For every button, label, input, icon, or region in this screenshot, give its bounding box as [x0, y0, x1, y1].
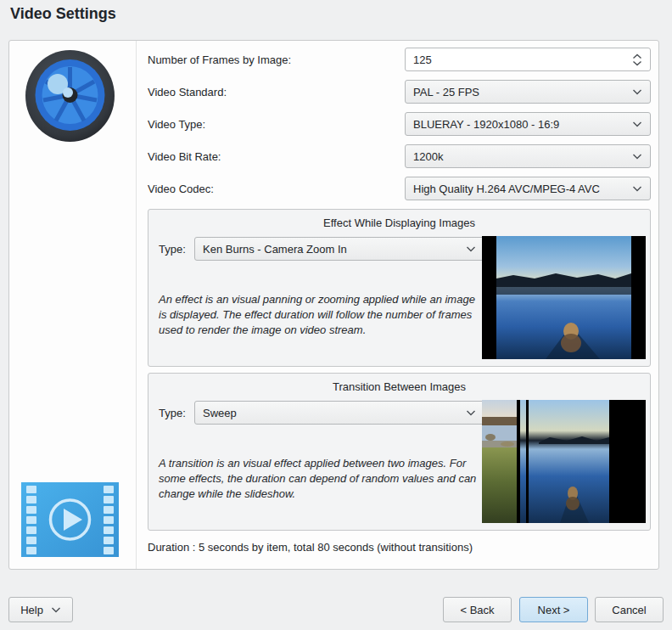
frames-value: 125: [413, 53, 432, 66]
next-button[interactable]: Next >: [519, 597, 588, 622]
transition-type-label: Type:: [159, 407, 188, 419]
wizard-page-panel: Number of Frames by Image: 125 Video Sta…: [8, 40, 659, 570]
camera-lens-icon: [25, 48, 115, 146]
spin-up-icon[interactable]: [632, 53, 642, 59]
codec-value: High Quality H.264 AVC/MPEG-4 AVC: [413, 183, 600, 195]
help-button-label: Help: [20, 604, 43, 616]
chevron-down-icon: [51, 606, 61, 613]
chevron-down-icon: [466, 245, 476, 252]
duration-status-text: Duration : 5 seconds by item, total 80 s…: [148, 541, 651, 554]
type-row: Video Type: BLUERAY - 1920x1080 - 16:9: [148, 112, 651, 136]
effect-group-title: Effect While Displaying Images: [159, 217, 640, 229]
back-button[interactable]: < Back: [443, 597, 512, 622]
standard-value: PAL - 25 FPS: [413, 86, 479, 98]
bitrate-label: Video Bit Rate:: [148, 150, 405, 163]
effect-type-combobox[interactable]: Ken Burns - Camera Zoom In: [194, 237, 484, 261]
video-type-label: Video Type:: [148, 118, 405, 131]
video-settings-form: Number of Frames by Image: 125 Video Sta…: [137, 41, 658, 569]
back-button-label: < Back: [460, 604, 494, 616]
effect-type-label: Type:: [159, 243, 188, 256]
standard-label: Video Standard:: [148, 86, 405, 98]
bitrate-combobox[interactable]: 1200k: [405, 144, 651, 168]
help-button[interactable]: Help: [8, 597, 73, 622]
codec-label: Video Codec:: [148, 183, 405, 195]
effect-type-value: Ken Burns - Camera Zoom In: [203, 243, 347, 256]
page-title: Video Settings: [10, 5, 116, 23]
next-button-label: Next >: [538, 604, 570, 616]
chevron-down-icon: [632, 121, 642, 127]
video-type-value: BLUERAY - 1920x1080 - 16:9: [413, 118, 559, 131]
video-standard-combobox[interactable]: PAL - 25 FPS: [405, 80, 651, 104]
bitrate-row: Video Bit Rate: 1200k: [148, 144, 651, 168]
chevron-down-icon: [466, 409, 476, 416]
transition-description: A transition is an visual effect applied…: [159, 456, 479, 501]
video-type-combobox[interactable]: BLUERAY - 1920x1080 - 16:9: [405, 112, 651, 136]
effect-preview-image: [482, 236, 646, 359]
frames-label: Number of Frames by Image:: [148, 53, 405, 66]
cancel-button-label: Cancel: [612, 604, 646, 616]
sidebar-icon-column: [9, 41, 137, 569]
standard-row: Video Standard: PAL - 25 FPS: [148, 80, 651, 104]
cancel-button[interactable]: Cancel: [595, 597, 664, 622]
transition-type-value: Sweep: [203, 407, 237, 419]
spin-down-icon[interactable]: [632, 60, 642, 66]
transition-group-title: Transition Between Images: [159, 380, 640, 393]
frames-spinbox[interactable]: 125: [405, 48, 651, 71]
chevron-down-icon: [632, 185, 642, 192]
bitrate-value: 1200k: [413, 150, 443, 163]
transition-preview-image: [482, 400, 646, 523]
transition-group-box: Transition Between Images Type: Sweep A …: [148, 373, 651, 531]
effect-group-box: Effect While Displaying Images Type: Ken…: [148, 209, 651, 367]
chevron-down-icon: [632, 88, 642, 95]
codec-combobox[interactable]: High Quality H.264 AVC/MPEG-4 AVC: [405, 177, 651, 200]
transition-type-combobox[interactable]: Sweep: [194, 401, 484, 425]
codec-row: Video Codec: High Quality H.264 AVC/MPEG…: [148, 177, 651, 200]
frames-row: Number of Frames by Image: 125: [148, 48, 651, 71]
chevron-down-icon: [632, 153, 642, 160]
film-strip-play-icon: [21, 482, 119, 560]
effect-description: An effect is an visual panning or zoomin…: [159, 292, 479, 337]
